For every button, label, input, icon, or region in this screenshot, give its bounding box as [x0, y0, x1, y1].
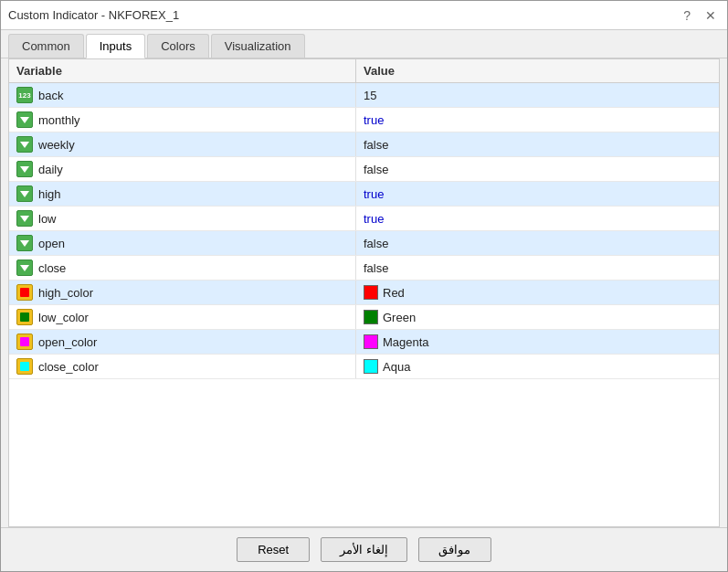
- color-icon: [16, 284, 33, 301]
- table-row[interactable]: open_colorMagenta: [9, 330, 719, 355]
- color-swatch: [364, 359, 378, 374]
- value-text: true: [364, 212, 384, 226]
- variable-name: close: [38, 261, 66, 275]
- variable-name: weekly: [38, 138, 75, 152]
- value-text: false: [364, 261, 388, 275]
- cell-variable-low: low: [9, 207, 356, 230]
- table-row[interactable]: weeklyfalse: [9, 132, 719, 157]
- variable-name: open: [38, 237, 65, 250]
- table-row[interactable]: hightrue: [9, 182, 719, 207]
- tab-visualization[interactable]: Visualization: [211, 34, 305, 58]
- help-button[interactable]: ?: [680, 6, 694, 25]
- value-text: Green: [383, 311, 416, 324]
- color-swatch: [364, 334, 378, 349]
- table-row[interactable]: lowtrue: [9, 207, 719, 231]
- variable-name: back: [38, 89, 63, 102]
- value-text: Magenta: [383, 335, 429, 349]
- bool-icon: [16, 136, 33, 153]
- variable-name: monthly: [38, 113, 80, 127]
- cell-variable-back: 123back: [9, 83, 356, 107]
- variable-name: open_color: [38, 335, 97, 349]
- table-row[interactable]: close_colorAqua: [9, 355, 719, 379]
- cell-variable-high: high: [9, 182, 356, 206]
- cell-value-high: true: [356, 184, 719, 205]
- cell-variable-open: open: [9, 231, 356, 255]
- table-header: Variable Value: [9, 59, 719, 83]
- color-icon: [16, 309, 33, 325]
- variable-name: low_color: [38, 311, 89, 324]
- bool-icon: [16, 111, 33, 128]
- footer: Reset إلغاء الأمر موافق: [1, 527, 727, 571]
- col-header-value: Value: [356, 59, 719, 82]
- cell-variable-close_color: close_color: [9, 355, 356, 378]
- table-row[interactable]: openfalse: [9, 231, 719, 256]
- bool-icon: [16, 185, 33, 202]
- color-icon: [16, 358, 33, 375]
- table-row[interactable]: monthlytrue: [9, 108, 719, 132]
- reset-button[interactable]: Reset: [237, 537, 310, 562]
- value-text: 15: [364, 89, 376, 102]
- color-icon: [16, 334, 33, 350]
- cell-value-close_color: Aqua: [356, 355, 719, 377]
- title-bar: Custom Indicator - NKFOREX_1 ? ✕: [1, 1, 727, 30]
- variable-name: low: [38, 212, 57, 226]
- variable-name: daily: [38, 163, 63, 176]
- cell-value-weekly: false: [356, 134, 719, 155]
- cell-value-high_color: Red: [356, 281, 719, 303]
- int-icon: 123: [16, 87, 33, 103]
- tab-inputs[interactable]: Inputs: [86, 34, 145, 58]
- cancel-button[interactable]: إلغاء الأمر: [321, 537, 407, 562]
- cell-value-low_color: Green: [356, 306, 719, 328]
- table-row[interactable]: 123back15: [9, 83, 719, 108]
- window-title: Custom Indicator - NKFOREX_1: [8, 8, 179, 22]
- main-window: Custom Indicator - NKFOREX_1 ? ✕ CommonI…: [0, 0, 728, 572]
- cell-value-low: true: [356, 208, 719, 229]
- ok-button[interactable]: موافق: [418, 537, 491, 562]
- cell-variable-monthly: monthly: [9, 108, 356, 132]
- variable-name: high: [38, 187, 61, 201]
- color-swatch: [364, 310, 378, 324]
- cell-value-monthly: true: [356, 110, 719, 131]
- tab-common[interactable]: Common: [8, 34, 84, 58]
- value-text: Aqua: [383, 360, 410, 374]
- bool-icon: [16, 161, 33, 177]
- cell-value-close: false: [356, 258, 719, 279]
- table-row[interactable]: low_colorGreen: [9, 305, 719, 330]
- cell-variable-open_color: open_color: [9, 330, 356, 354]
- color-swatch: [364, 285, 378, 300]
- cell-variable-low_color: low_color: [9, 305, 356, 329]
- cell-variable-weekly: weekly: [9, 132, 356, 156]
- tabs-bar: CommonInputsColorsVisualization: [1, 30, 727, 58]
- value-text: true: [364, 113, 384, 127]
- table-body: 123back15monthlytrueweeklyfalsedailyfals…: [9, 83, 719, 526]
- table-row[interactable]: closefalse: [9, 256, 719, 281]
- table-row[interactable]: dailyfalse: [9, 157, 719, 182]
- bool-icon: [16, 210, 33, 227]
- variable-name: high_color: [38, 286, 93, 300]
- variable-name: close_color: [38, 360, 99, 374]
- value-text: true: [364, 187, 384, 201]
- tab-colors[interactable]: Colors: [147, 34, 209, 58]
- cell-value-back: 15: [356, 85, 719, 106]
- cell-value-daily: false: [356, 159, 719, 180]
- value-text: Red: [383, 286, 405, 300]
- cell-variable-daily: daily: [9, 157, 356, 181]
- bool-icon: [16, 235, 33, 251]
- value-text: false: [364, 237, 388, 250]
- cell-variable-high_color: high_color: [9, 281, 356, 304]
- title-controls: ? ✕: [680, 6, 720, 25]
- cell-value-open_color: Magenta: [356, 331, 719, 353]
- value-text: false: [364, 163, 388, 176]
- close-button[interactable]: ✕: [702, 6, 720, 25]
- cell-variable-close: close: [9, 256, 356, 280]
- cell-value-open: false: [356, 233, 719, 254]
- value-text: false: [364, 138, 388, 152]
- bool-icon: [16, 260, 33, 276]
- table-row[interactable]: high_colorRed: [9, 281, 719, 305]
- col-header-variable: Variable: [9, 59, 356, 82]
- content-area: Variable Value 123back15monthlytrueweekl…: [8, 58, 720, 527]
